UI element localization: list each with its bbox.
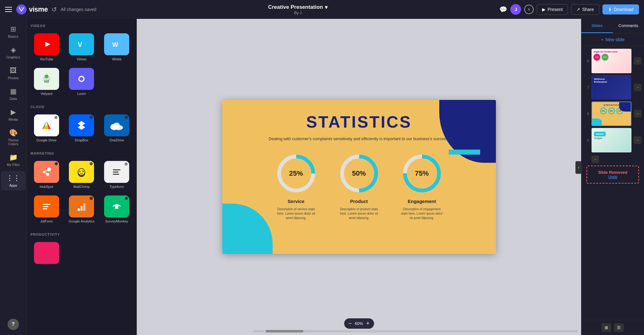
- cloud-grid: Google Drive DropBox OneDrive: [31, 113, 133, 144]
- slide-8-menu[interactable]: →: [634, 110, 641, 118]
- zoom-bar: − 60% +: [344, 318, 374, 329]
- add-user-button[interactable]: +: [524, 5, 534, 14]
- sidebar-item-label: Media: [8, 118, 18, 121]
- plus-icon: +: [601, 37, 603, 42]
- slide-thumb-9[interactable]: 9 Online Shopper →: [584, 128, 641, 152]
- present-button[interactable]: ▶ Present: [537, 4, 568, 15]
- sidebar-item-basics[interactable]: ⊞ Basics: [1, 22, 25, 41]
- undo-button[interactable]: ↺: [52, 6, 57, 13]
- app-typeform[interactable]: Typeform: [101, 159, 133, 190]
- donut-engagement: 75%: [400, 151, 444, 195]
- app-google-drive[interactable]: Google Drive: [31, 113, 63, 144]
- stat-engagement-label: Engagement: [408, 199, 436, 204]
- sidebar-item-graphics[interactable]: ◈ Graphics: [1, 43, 25, 62]
- marketing-grid: HubSpot MailChimp Typeform: [31, 159, 133, 225]
- sidebar-item-label: Apps: [9, 184, 17, 187]
- tab-slides[interactable]: Slides: [581, 19, 613, 33]
- sidebar-item-photos[interactable]: 🖼 Photos: [1, 63, 25, 83]
- mailchimp-label: MailChimp: [74, 185, 90, 189]
- apps-panel: VIDEOS YouTube V Vimeo W: [27, 19, 137, 335]
- list-view-button[interactable]: ☰: [614, 323, 624, 332]
- slide-thumb-7[interactable]: 7 Wellness Enthusiast →: [584, 75, 641, 100]
- visme-logo-icon: [16, 4, 27, 15]
- sidebar-item-label: Graphics: [6, 55, 20, 59]
- youtube-label: YouTube: [40, 57, 53, 61]
- app-surveymonkey[interactable]: SurveyMonkey: [101, 194, 133, 225]
- horizontal-scrollbar[interactable]: [253, 330, 578, 332]
- slide-preview-8[interactable]: STATISTICS 25% 50% 75%: [591, 102, 631, 126]
- marketing-title: MARKETING: [31, 151, 133, 155]
- sidebar-item-apps[interactable]: ⋮⋮ Apps: [1, 171, 25, 190]
- stat-product-value: 50%: [352, 169, 366, 178]
- collapse-right-panel[interactable]: ›: [575, 161, 582, 174]
- share-button[interactable]: ↗ Share: [571, 4, 599, 15]
- wistia-label: Wistia: [112, 57, 121, 61]
- zoom-in-button[interactable]: +: [366, 320, 370, 327]
- sidebar-item-my-files[interactable]: 📁 My Files: [1, 150, 25, 170]
- help-button[interactable]: ?: [8, 319, 19, 330]
- menu-button[interactable]: [5, 7, 12, 12]
- jotform-label: JotForm: [40, 219, 53, 223]
- stat-service-label: Service: [288, 199, 304, 204]
- app-google-analytics[interactable]: Google Analytics: [66, 194, 98, 225]
- my-files-icon: 📁: [9, 153, 18, 162]
- stat-service-value: 25%: [289, 169, 303, 178]
- typeform-icon: [104, 161, 129, 183]
- photos-icon: 🖼: [10, 67, 17, 75]
- sidebar-item-label: Theme Colors: [3, 138, 23, 146]
- sidebar-item-data[interactable]: ▦ Data: [1, 84, 25, 104]
- app-wistia[interactable]: W Wistia: [101, 31, 133, 63]
- slide-9-menu[interactable]: →: [634, 136, 641, 144]
- app-vimeo[interactable]: V Vimeo: [66, 31, 98, 63]
- slide-preview-9[interactable]: Online Shopper: [591, 128, 631, 152]
- new-slide-button[interactable]: + New slide: [581, 33, 644, 46]
- sidebar-item-theme-colors[interactable]: 🎨 Theme Colors: [1, 126, 25, 149]
- basics-icon: ⊞: [10, 25, 16, 33]
- svg-point-24: [114, 123, 120, 128]
- zoom-out-button[interactable]: −: [348, 320, 352, 327]
- videos-section: VIDEOS YouTube V Vimeo W: [27, 19, 136, 100]
- autosave-status: All changes saved: [61, 7, 97, 12]
- app-onedrive[interactable]: OneDrive: [101, 113, 133, 144]
- slide-thumb-8[interactable]: 8 STATISTICS 25% 50% 75% →: [584, 102, 641, 126]
- slide-removed-arrow[interactable]: →: [591, 156, 599, 163]
- svg-point-10: [45, 74, 48, 78]
- apps-icon: ⋮⋮: [6, 174, 20, 182]
- download-button[interactable]: ⬇ Download: [602, 4, 639, 14]
- slide-preview-6[interactable]: Vegan Ice Cream Lover 73% 50%: [591, 49, 631, 73]
- google-analytics-label: Google Analytics: [69, 219, 95, 223]
- app-hubspot[interactable]: HubSpot: [31, 159, 63, 190]
- undo-slide-button[interactable]: Undo: [591, 175, 635, 179]
- svg-rect-42: [83, 203, 86, 211]
- comment-icon[interactable]: 💬: [499, 6, 507, 13]
- slide-number-8: 8: [584, 112, 589, 116]
- download-icon: ⬇: [608, 7, 612, 12]
- svg-point-43: [115, 205, 119, 208]
- tab-comments[interactable]: Comments: [613, 19, 644, 33]
- slide-preview-7[interactable]: Wellness Enthusiast: [591, 75, 631, 100]
- app-vidyard[interactable]: vid Vidyard: [31, 66, 63, 97]
- slide-7-menu[interactable]: →: [634, 84, 641, 91]
- app-youtube[interactable]: YouTube: [31, 31, 63, 63]
- logo-text: visme: [29, 5, 48, 14]
- productivity-1-icon: [34, 242, 59, 264]
- slide-thumb-6[interactable]: 6 Vegan Ice Cream Lover 73% 50% →: [584, 49, 641, 73]
- slide-canvas[interactable]: STATISTICS Dealing with customer's compl…: [222, 100, 496, 254]
- graphics-icon: ◈: [11, 46, 16, 54]
- stat-engagement-desc: Description of engagement stats here. Lo…: [400, 207, 444, 220]
- svg-marker-21: [78, 125, 85, 130]
- app-loom[interactable]: Loom: [66, 66, 98, 97]
- presentation-title[interactable]: Creative Presentation ▾: [268, 4, 328, 11]
- jotform-icon: [34, 195, 59, 217]
- slide-6-menu[interactable]: →: [634, 57, 641, 65]
- stat-product-label: Product: [350, 199, 368, 204]
- play-icon: ▶: [542, 7, 546, 12]
- app-mailchimp[interactable]: MailChimp: [66, 159, 98, 190]
- app-dropbox[interactable]: DropBox: [66, 113, 98, 144]
- app-jotform[interactable]: JotForm: [31, 194, 63, 225]
- topbar-center: Creative Presentation ▾ By J: [100, 4, 496, 15]
- scrollbar-thumb[interactable]: [266, 330, 303, 332]
- app-productivity-1[interactable]: [31, 240, 63, 266]
- grid-view-button[interactable]: ⊞: [602, 323, 611, 332]
- sidebar-item-media[interactable]: ▶ Media: [1, 105, 25, 124]
